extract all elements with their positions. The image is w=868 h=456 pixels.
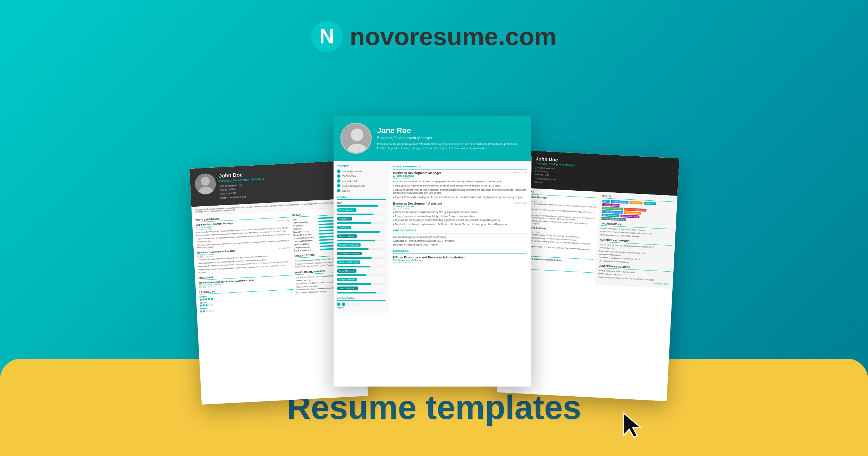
right-skills-tags: SEO Public Speaking Negotiation Teamwork…	[601, 199, 674, 224]
center-title: Business Development Manager	[377, 136, 524, 140]
resume-cards-container: John Doe Business Development Manager jo…	[122, 116, 747, 387]
center-orgs-title: ORGANIZATIONS	[393, 229, 527, 233]
right-contact: john.doe@gmail.com 292-533-9168 New York…	[534, 166, 575, 186]
center-name: Jane Roe	[377, 126, 524, 135]
center-education: MSc in Economics and Business Administra…	[393, 256, 527, 264]
header: N novoresume.com	[0, 0, 868, 66]
left-languages: English Spanish French	[199, 291, 294, 313]
left-job-1: Business Development ManagerNew York, US…	[195, 219, 291, 249]
center-email: jane.roe@gmail.com	[337, 169, 386, 173]
right-honours: Jury Member, Venture Cup Entrepreneurshi…	[599, 243, 672, 266]
left-contact: john.doe@gmail.com 292-533-9168 New York…	[219, 182, 265, 200]
logo-text: novoresume.com	[349, 22, 556, 51]
center-edu-title: EDUCATION	[393, 249, 527, 254]
center-linkedin: linkedin.com/in/jane.roe	[337, 184, 386, 188]
center-job-2: Business Development AssistantChicago, U…	[393, 202, 527, 226]
center-phone: 200-555-0166	[337, 174, 386, 178]
center-body: CONTACT jane.roe@gmail.com 200-555-0166 …	[334, 161, 531, 313]
center-skills-title: SKILLS	[337, 195, 386, 200]
center-summary: Professional Business Developer with mor…	[377, 142, 524, 150]
left-avatar	[194, 173, 216, 195]
center-location: New York, USA	[337, 179, 386, 183]
center-languages	[337, 302, 386, 306]
center-languages-title: LANGUAGES	[337, 296, 386, 301]
center-sidebar: CONTACT jane.roe@gmail.com 200-555-0166 …	[334, 161, 389, 313]
center-header: Jane Roe Business Development Manager Pr…	[334, 116, 531, 161]
cursor-icon	[622, 411, 642, 446]
center-header-info: Jane Roe Business Development Manager Pr…	[377, 126, 524, 150]
resume-card-center: Jane Roe Business Development Manager Pr…	[334, 116, 531, 387]
center-github: jane.roe	[337, 189, 386, 192]
center-organizations: American Management Association (2015 – …	[393, 235, 527, 247]
left-main: WORK EXPERIENCE Business Development Man…	[195, 214, 294, 314]
center-work-title: WORK EXPERIENCE	[393, 165, 527, 169]
center-skills-list: SEO Public Speaking Negotiation Teamwork	[337, 201, 386, 293]
svg-point-6	[351, 128, 363, 141]
center-contact-heading: CONTACT	[337, 165, 386, 167]
right-sidebar: SKILLS SEO Public Speaking Negotiation T…	[595, 192, 677, 289]
right-header-info: John Doe Business Development Manager jo…	[534, 156, 576, 186]
center-job-1: Business Development ManagerNew York, US…	[393, 171, 527, 199]
left-job-2: Business Development AssistantChicago, U…	[197, 247, 292, 274]
center-main: WORK EXPERIENCE Business Development Man…	[389, 161, 531, 313]
novoresume-logo-icon: N	[311, 21, 343, 52]
svg-text:N: N	[320, 25, 335, 48]
left-header-info: John Doe Business Development Manager jo…	[219, 171, 265, 200]
svg-marker-11	[623, 413, 641, 437]
logo-container: N novoresume.com	[0, 21, 868, 52]
center-avatar	[340, 123, 372, 154]
